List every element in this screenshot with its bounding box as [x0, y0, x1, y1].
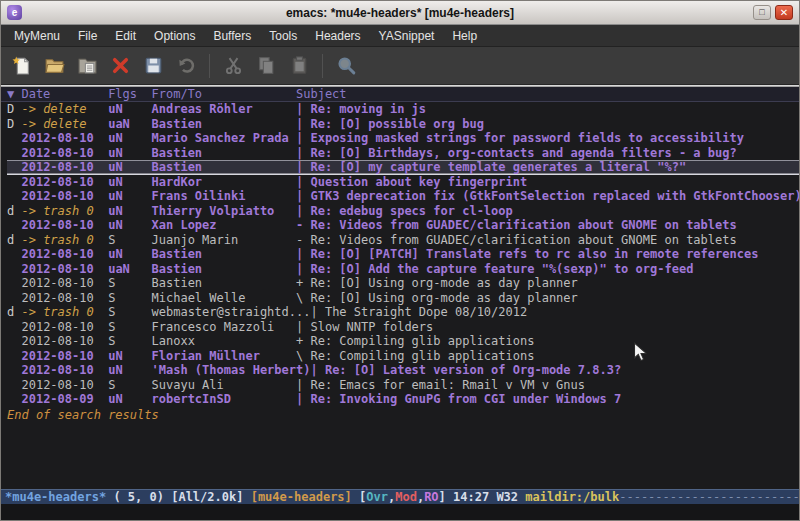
mode-line: *mu4e-headers* ( 5, 0) [All/2.0k] [mu4e-… — [1, 489, 799, 504]
message-row[interactable]: 2012-08-10 uaN Bastien | Re: [O] Add the… — [7, 262, 799, 277]
modeline-segment: Mod — [395, 490, 417, 504]
copy-button — [251, 51, 281, 81]
date-field: -> trash 0 — [21, 305, 108, 319]
mark-char — [7, 334, 21, 348]
modeline-segment: [ — [352, 490, 366, 504]
mark-char: d — [7, 204, 21, 218]
open-file-button[interactable] — [39, 51, 69, 81]
flags-field: uN — [108, 131, 151, 145]
mark-char — [7, 262, 21, 276]
menu-bar: MyMenuFileEditOptionsBuffersToolsHeaders… — [1, 25, 799, 47]
message-row[interactable]: 2012-08-10 S Bastien + Re: [O] Using org… — [7, 276, 799, 291]
message-row[interactable]: d -> trash 0 S Juanjo Marin - Re: Videos… — [7, 233, 799, 248]
date-field: -> delete — [21, 117, 108, 131]
from-field: Lanoxx — [152, 334, 297, 348]
subject-field: | Re: [O] my capture template generates … — [296, 160, 686, 174]
message-row[interactable]: 2012-08-10 uN Florian Müllner \ Re: Comp… — [7, 349, 799, 364]
close-button[interactable]: ✕ — [775, 5, 793, 20]
menu-yasnippet[interactable]: YASnippet — [370, 26, 444, 46]
mark-char — [7, 363, 21, 377]
echo-area[interactable] — [1, 504, 799, 520]
subject-field: | Re: [O] [PATCH] Translate refs to rc a… — [296, 247, 758, 261]
date-field: -> trash 0 — [21, 204, 108, 218]
flags-field: uN — [108, 160, 151, 174]
maximize-button[interactable]: □ — [753, 5, 771, 20]
from-field: Thierry Volpiatto — [152, 204, 297, 218]
message-row[interactable]: 2012-08-10 uN 'Mash (Thomas Herbert)| Re… — [7, 363, 799, 378]
kill-buffer-button[interactable] — [105, 51, 135, 81]
message-row[interactable]: 2012-08-10 S Suvayu Ali | Re: Emacs for … — [7, 378, 799, 393]
title-bar[interactable]: e emacs: *mu4e-headers* [mu4e-headers] □… — [1, 1, 799, 25]
new-file-button[interactable] — [6, 51, 36, 81]
mark-char — [7, 320, 21, 334]
message-row[interactable]: D -> delete uaN Bastien | Re: [O] possib… — [7, 117, 799, 132]
flags-field: uaN — [108, 117, 151, 131]
tool-bar — [1, 47, 799, 85]
undo-button — [171, 51, 201, 81]
message-row-current[interactable]: 2012-08-10 uN Bastien | Re: [O] my captu… — [7, 160, 799, 175]
menu-edit[interactable]: Edit — [106, 26, 145, 46]
mark-char — [7, 175, 21, 189]
flags-field: uN — [108, 247, 151, 261]
menu-file[interactable]: File — [69, 26, 106, 46]
message-row[interactable]: 2012-08-10 uN Frans Oilinki | GTK3 depre… — [7, 189, 799, 204]
message-row[interactable]: 2012-08-10 uN Bastien | Re: [O] [PATCH] … — [7, 247, 799, 262]
menu-headers[interactable]: Headers — [306, 26, 369, 46]
mark-char — [7, 189, 21, 203]
subject-field: \ Re: [O] Using org-mode as day planner — [296, 291, 578, 305]
window-controls: □ ✕ — [753, 5, 793, 20]
message-row[interactable]: 2012-08-10 S Lanoxx + Re: Compiling glib… — [7, 334, 799, 349]
flags-field: uN — [108, 102, 151, 116]
date-field: 2012-08-10 — [21, 146, 108, 160]
subject-field: | The Straight Dope 08/10/2012 — [310, 305, 527, 319]
subject-field: | Re: moving in js — [296, 102, 426, 116]
date-field: 2012-08-10 — [21, 189, 108, 203]
mark-char — [7, 160, 21, 174]
date-field: 2012-08-10 — [21, 131, 108, 145]
mark-char — [7, 392, 21, 406]
subject-field: - Re: Videos from GUADEC/clarification a… — [296, 233, 737, 247]
message-row[interactable]: 2012-08-10 uN HardKor | Question about k… — [7, 175, 799, 190]
menu-options[interactable]: Options — [145, 26, 204, 46]
message-row[interactable]: 2012-08-10 uN Bastien | Re: [O] Birthday… — [7, 146, 799, 161]
mark-char — [7, 349, 21, 363]
modeline-segment: ----------------------------------------… — [619, 490, 799, 504]
subject-field: | Question about key fingerprint — [296, 175, 527, 189]
date-field: 2012-08-09 — [21, 392, 108, 406]
subject-field: | Re: [O] Add the capture feature "%(sex… — [296, 262, 693, 276]
menu-tools[interactable]: Tools — [260, 26, 306, 46]
subject-field: | Exposing masked strings for password f… — [296, 131, 744, 145]
save-buffer-button[interactable] — [138, 51, 168, 81]
date-field: 2012-08-10 — [21, 262, 108, 276]
from-field: Bastien — [152, 117, 297, 131]
message-row[interactable]: d -> trash 0 uN Thierry Volpiatto | Re: … — [7, 204, 799, 219]
from-field: HardKor — [152, 175, 297, 189]
from-field: Francesco Mazzoli — [152, 320, 297, 334]
date-field: 2012-08-10 — [21, 334, 108, 348]
message-row[interactable]: d -> trash 0 S webmaster@straightd...| T… — [7, 305, 799, 320]
message-row[interactable]: 2012-08-10 uN Xan Lopez - Re: Videos fro… — [7, 218, 799, 233]
menu-help[interactable]: Help — [443, 26, 486, 46]
search-button[interactable] — [331, 51, 361, 81]
menu-mymenu[interactable]: MyMenu — [5, 26, 69, 46]
message-row[interactable]: D -> delete uN Andreas Röhler | Re: movi… — [7, 102, 799, 117]
message-row[interactable]: 2012-08-10 S Francesco Mazzoli | Slow NN… — [7, 320, 799, 335]
date-field: 2012-08-10 — [21, 276, 108, 290]
flags-field: uN — [108, 363, 151, 377]
date-field: 2012-08-10 — [21, 320, 108, 334]
message-row[interactable]: 2012-08-10 uN Mario Sanchez Prada | Expo… — [7, 131, 799, 146]
menu-buffers[interactable]: Buffers — [204, 26, 260, 46]
subject-field: + Re: [O] Using org-mode as day planner — [296, 276, 578, 290]
dired-button[interactable] — [72, 51, 102, 81]
modeline-segment: ] — [439, 490, 453, 504]
from-field: Frans Oilinki — [152, 189, 297, 203]
toolbar-separator — [209, 54, 210, 78]
mark-char — [7, 247, 21, 261]
message-row[interactable]: 2012-08-09 uN robertcInSD | Re: Invoking… — [7, 392, 799, 407]
subject-field: | Re: edebug specs for cl-loop — [296, 204, 513, 218]
message-row[interactable]: 2012-08-10 S Michael Welle \ Re: [O] Usi… — [7, 291, 799, 306]
date-field: 2012-08-10 — [21, 363, 108, 377]
headers-column-header[interactable]: ▼ Date Flgs From/To Subject — [1, 87, 799, 102]
from-field: robertcInSD — [152, 392, 297, 406]
subject-field: + Re: Compiling glib applications — [296, 334, 534, 348]
